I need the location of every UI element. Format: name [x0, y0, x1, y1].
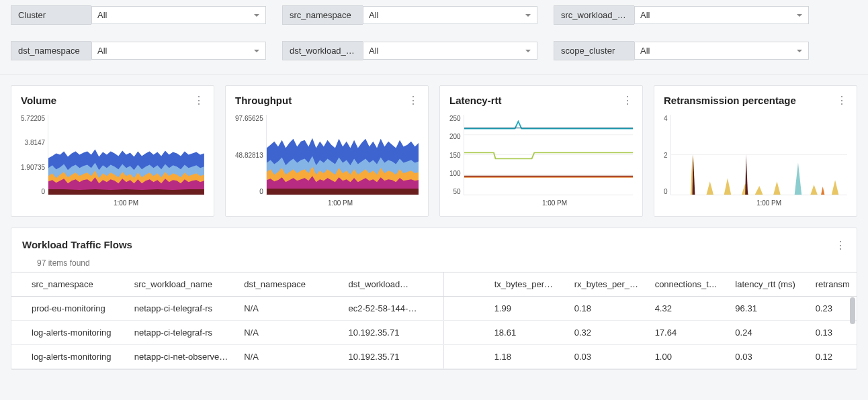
- items-found-label: 97 items found: [11, 258, 857, 272]
- col-tx-bytes[interactable]: tx_bytes_per…: [485, 272, 565, 297]
- throughput-x-axis: 1:00 PM: [262, 199, 419, 207]
- filter-dst-namespace-label: dst_namespace: [11, 41, 91, 60]
- cell-latency-rtt: 0.03: [726, 345, 806, 369]
- col-dst-namespace[interactable]: dst_namespace: [234, 272, 339, 297]
- filter-dst-namespace-select[interactable]: All: [91, 42, 266, 60]
- filter-dst-namespace-value: All: [97, 46, 107, 56]
- latency-chart: [464, 115, 633, 195]
- retrans-card: Retransmission percentage ⋮ 4 2 0: [654, 85, 857, 217]
- retrans-y-axis: 4 2 0: [664, 115, 670, 195]
- cell-tx-bytes: 18.61: [485, 321, 565, 345]
- cell-src-namespace: prod-eu-monitoring: [11, 297, 125, 321]
- table-scrollbar-thumb[interactable]: [850, 297, 855, 324]
- chevron-down-icon: [253, 48, 260, 54]
- cell-dst-namespace: N/A: [234, 297, 339, 321]
- filter-scope-cluster-value: All: [640, 46, 650, 56]
- throughput-card-title: Throughput: [235, 95, 292, 106]
- filter-bar: Cluster All src_namespace All src_worklo…: [0, 0, 868, 74]
- col-connections[interactable]: connections_t…: [646, 272, 726, 297]
- throughput-card-menu[interactable]: ⋮: [408, 94, 419, 107]
- retrans-card-title: Retransmission percentage: [664, 95, 796, 106]
- filter-dst-workload-value: All: [369, 46, 378, 56]
- col-src-namespace[interactable]: src_namespace: [11, 272, 125, 297]
- cell-src-namespace: log-alerts-monitoring: [11, 345, 125, 369]
- filter-src-workload-select[interactable]: All: [634, 6, 809, 24]
- cell-rx-bytes: 0.18: [565, 297, 646, 321]
- chevron-down-icon: [253, 12, 260, 19]
- col-src-workload-name[interactable]: src_workload_name: [125, 272, 234, 297]
- col-dst-workload[interactable]: dst_workload…: [339, 272, 444, 297]
- table-row[interactable]: prod-eu-monitoringnetapp-ci-telegraf-rsN…: [11, 297, 857, 321]
- cell-src-workload-name: netapp-ci-net-observe…: [125, 345, 234, 369]
- cell-dst-workload: 10.192.35.71: [339, 345, 444, 369]
- filter-src-workload-value: All: [640, 10, 650, 20]
- cell-dst-workload: ec2-52-58-144-…: [339, 297, 444, 321]
- filter-scope-cluster-select[interactable]: All: [634, 42, 809, 60]
- cell-connections: 1.00: [646, 345, 726, 369]
- latency-x-axis: 1:00 PM: [476, 199, 633, 207]
- col-retrans[interactable]: retransm: [806, 272, 857, 297]
- volume-card-menu[interactable]: ⋮: [193, 94, 204, 107]
- filter-src-namespace-label: src_namespace: [282, 5, 363, 25]
- filter-dst-workload-label: dst_workload_…: [282, 41, 363, 60]
- chevron-down-icon: [796, 12, 803, 19]
- retrans-card-menu[interactable]: ⋮: [836, 94, 847, 107]
- table-row[interactable]: log-alerts-monitoringnetapp-ci-net-obser…: [11, 345, 857, 369]
- latency-card-menu[interactable]: ⋮: [622, 94, 633, 107]
- latency-card-title: Latency-rtt: [449, 95, 502, 106]
- traffic-flows-table: src_namespace src_workload_name dst_name…: [11, 272, 857, 369]
- spacer: [444, 345, 485, 369]
- filter-dst-namespace: dst_namespace All: [11, 41, 266, 60]
- cell-dst-namespace: N/A: [234, 345, 339, 369]
- filter-scope-cluster: scope_cluster All: [554, 41, 809, 60]
- cell-connections: 4.32: [646, 297, 726, 321]
- cell-tx-bytes: 1.99: [485, 297, 565, 321]
- volume-y-axis: 5.72205 3.8147 1.90735 0: [21, 115, 48, 195]
- volume-card-title: Volume: [21, 95, 56, 106]
- spacer: [444, 321, 485, 345]
- volume-x-axis: 1:00 PM: [48, 199, 204, 207]
- filter-cluster-label: Cluster: [11, 5, 91, 25]
- filter-src-namespace-select[interactable]: All: [363, 6, 537, 24]
- filter-dst-workload: dst_workload_… All: [282, 41, 537, 60]
- filter-dst-workload-select[interactable]: All: [363, 42, 537, 60]
- cell-retrans: 0.12: [806, 345, 857, 369]
- traffic-flows-table-wrap[interactable]: src_namespace src_workload_name dst_name…: [11, 272, 857, 369]
- cell-retrans: 0.23: [806, 297, 857, 321]
- cell-src-workload-name: netapp-ci-telegraf-rs: [125, 297, 234, 321]
- traffic-flows-menu[interactable]: ⋮: [835, 239, 846, 252]
- traffic-flows-card: Workload Traffic Flows ⋮ 97 items found …: [11, 228, 857, 370]
- cell-rx-bytes: 0.32: [565, 321, 646, 345]
- cell-src-workload-name: netapp-ci-telegraf-rs: [125, 321, 234, 345]
- cell-connections: 17.64: [646, 321, 726, 345]
- cell-dst-workload: 10.192.35.71: [339, 321, 444, 345]
- filter-src-workload: src_workload_… All: [554, 5, 809, 25]
- retrans-chart: [670, 115, 847, 195]
- col-rx-bytes[interactable]: rx_bytes_per_…: [565, 272, 646, 297]
- chevron-down-icon: [796, 48, 803, 54]
- filter-src-workload-label: src_workload_…: [554, 5, 634, 25]
- table-row[interactable]: log-alerts-monitoringnetapp-ci-telegraf-…: [11, 321, 857, 345]
- cell-src-namespace: log-alerts-monitoring: [11, 321, 125, 345]
- throughput-card: Throughput ⋮ 97.65625 48.82813 0 1:00 PM: [225, 85, 429, 217]
- latency-card: Latency-rtt ⋮ 250 200 150 100 50: [439, 85, 643, 217]
- cell-dst-namespace: N/A: [234, 321, 339, 345]
- chart-cards-row: Volume ⋮ 5.72205 3.8147 1.90735 0 1:00 P…: [0, 74, 868, 228]
- throughput-chart: [266, 115, 419, 195]
- volume-card: Volume ⋮ 5.72205 3.8147 1.90735 0 1:00 P…: [11, 85, 214, 217]
- spacer: [444, 297, 485, 321]
- cell-tx-bytes: 1.18: [485, 345, 565, 369]
- cell-retrans: 0.13: [806, 321, 857, 345]
- cell-latency-rtt: 96.31: [726, 297, 806, 321]
- volume-chart: [48, 115, 204, 195]
- filter-cluster-value: All: [97, 10, 107, 20]
- latency-y-axis: 250 200 150 100 50: [449, 115, 464, 195]
- chevron-down-icon: [525, 12, 531, 19]
- filter-cluster-select[interactable]: All: [91, 6, 266, 24]
- retrans-x-axis: 1:00 PM: [691, 199, 847, 207]
- cell-rx-bytes: 0.03: [565, 345, 646, 369]
- table-header-row: src_namespace src_workload_name dst_name…: [11, 272, 857, 297]
- col-latency-rtt[interactable]: latency_rtt (ms): [726, 272, 806, 297]
- chevron-down-icon: [525, 48, 531, 54]
- filter-src-namespace-value: All: [369, 10, 378, 20]
